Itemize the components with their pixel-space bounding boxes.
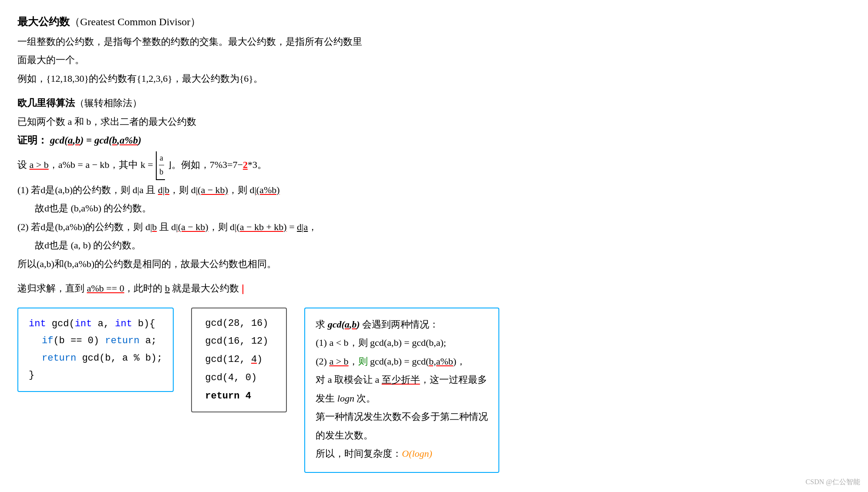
code-line2: if(b == 0) return a; bbox=[42, 332, 162, 350]
info-line8: 所以，时间复杂度：O(logn) bbox=[316, 445, 488, 462]
code-line3: return gcd(b, a % b); bbox=[42, 350, 162, 367]
bottom-section: int gcd(int a, int b){ if(b == 0) return… bbox=[17, 308, 844, 473]
code-box: int gcd(int a, int b){ if(b == 0) return… bbox=[17, 308, 174, 392]
recur-line: 递归求解，直到 a%b == 0，此时的 b 就是最大公约数 bbox=[17, 280, 844, 297]
equal-line: 所以(a,b)和(b,a%b)的公约数是相同的，故最大公约数也相同。 bbox=[17, 256, 844, 273]
cond2: (2) 若d是(b,a%b)的公约数，则 d|b 且 d|(a − kb)，则 … bbox=[17, 219, 844, 236]
algo-title: 欧几里得算法（辗转相除法） bbox=[17, 95, 844, 112]
cond1-line2: 故d也是 (b,a%b) 的公约数。 bbox=[17, 200, 844, 217]
gcd-table: gcd(28, 16) gcd(16, 12) gcd(12, 4) gcd(4… bbox=[191, 308, 287, 412]
info-line5: 发生 logn 次。 bbox=[316, 390, 488, 407]
info-line2: (1) a < b，则 gcd(a,b) = gcd(b,a); bbox=[316, 335, 488, 351]
watermark: CSDN @仁公智能 bbox=[806, 478, 860, 487]
page-title: 最大公约数（Greatest Common Divisor） bbox=[17, 13, 844, 31]
info-line3: (2) a > b，则 gcd(a,b) = gcd(b,a%b)， bbox=[316, 353, 488, 370]
desc1: 一组整数的公约数，是指每个整数的约数的交集。最大公约数，是指所有公约数里 bbox=[17, 33, 844, 50]
info-line7: 的发生次数。 bbox=[316, 427, 488, 444]
info-line1: 求 gcd(a,b) 会遇到两种情况： bbox=[316, 316, 488, 333]
info-line4: 对 a 取模会让 a 至少折半，这一过程最多 bbox=[316, 372, 488, 388]
gcd-row-4: gcd(4, 0) bbox=[205, 369, 273, 387]
gcd-row-5: return 4 bbox=[205, 387, 273, 405]
cond2-line2: 故d也是 (a, b) 的公约数。 bbox=[17, 237, 844, 254]
code-line1: int gcd(int a, int b){ bbox=[29, 315, 162, 333]
text-cursor bbox=[242, 284, 243, 294]
algo-desc: 已知两个数 a 和 b，求出二者的最大公约数 bbox=[17, 114, 844, 131]
code-line4: } bbox=[29, 367, 162, 384]
gcd-row-3: gcd(12, 4) bbox=[205, 351, 273, 369]
gcd-row-2: gcd(16, 12) bbox=[205, 332, 273, 351]
info-box: 求 gcd(a,b) 会遇到两种情况： (1) a < b，则 gcd(a,b)… bbox=[304, 308, 499, 473]
desc2: 面最大的一个。 bbox=[17, 52, 844, 69]
desc3: 例如，{12,18,30}的公约数有{1,2,3,6}，最大公约数为{6}。 bbox=[17, 70, 844, 87]
cond1: (1) 若d是(a,b)的公约数，则 d|a 且 d|b，则 d|(a − kb… bbox=[17, 182, 844, 199]
proof-line: 证明： gcd(a,b) = gcd(b,a%b) bbox=[17, 132, 844, 149]
set-line: 设 a > b，a%b = a − kb，其中 k = a b ⌋。例如，7%3… bbox=[17, 151, 844, 180]
gcd-row-1: gcd(28, 16) bbox=[205, 315, 273, 333]
main-content: 最大公约数（Greatest Common Divisor） 一组整数的公约数，… bbox=[17, 13, 844, 473]
info-line6: 第一种情况发生次数不会多于第二种情况 bbox=[316, 408, 488, 425]
